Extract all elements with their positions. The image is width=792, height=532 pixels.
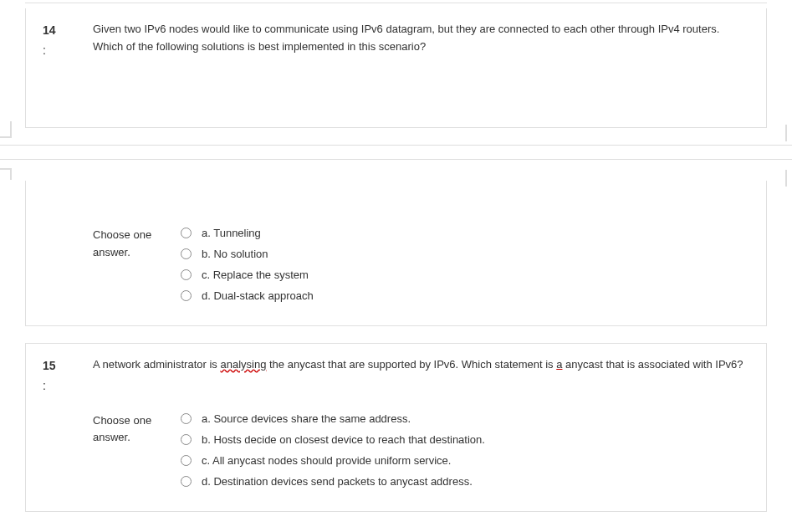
page-corner-marker [0,168,12,180]
radio-icon[interactable] [181,476,192,487]
option-label: b. No solution [202,248,268,260]
question-header: 14 : Given two IPv6 nodes would like to … [43,21,749,60]
question-header: 15 : A network administrator is analysin… [43,356,749,396]
choose-one-label: Choose one answer. [93,227,181,310]
radio-icon[interactable] [181,290,192,301]
option-row-c[interactable]: c. Replace the system [181,269,749,281]
radio-icon[interactable] [181,455,192,466]
radio-icon[interactable] [181,228,192,238]
answer-section: Choose one answer. a. Source devices sha… [93,412,749,496]
text-part: the anycast that are supported by IPv6. … [266,358,556,371]
option-label: b. Hosts decide on closest device to rea… [202,433,485,446]
radio-icon[interactable] [181,413,192,424]
option-row-d[interactable]: d. Destination devices send packets to a… [181,475,749,488]
question-number: 14 : [43,21,93,60]
number-colon: : [43,41,93,59]
options-list: a. Source devices share the same address… [181,412,749,496]
option-label: c. Replace the system [202,269,309,281]
option-label: a. Tunneling [202,227,261,239]
page-corner-marker [785,125,792,141]
spellcheck-underline: analysing [220,358,266,371]
option-row-d[interactable]: d. Dual-stack approach [181,289,749,302]
option-row-c[interactable]: c. All anycast nodes should provide unif… [181,454,749,467]
radio-icon[interactable] [181,434,192,445]
question-text: Given two IPv6 nodes would like to commu… [93,21,749,56]
page-corner-marker [785,170,792,187]
page-corner-marker [0,121,12,138]
radio-icon[interactable] [181,248,192,259]
option-label: d. Destination devices send packets to a… [202,475,473,488]
question-text: A network administrator is analysing the… [93,356,749,374]
options-list: a. Tunneling b. No solution c. Replace t… [181,227,749,310]
answer-section: Choose one answer. a. Tunneling b. No so… [93,227,749,310]
page-break-gap [0,128,792,181]
choose-one-label: Choose one answer. [93,412,181,496]
option-row-a[interactable]: a. Source devices share the same address… [181,412,749,425]
option-row-a[interactable]: a. Tunneling [181,227,749,239]
text-part: anycast that is associated with IPv6? [562,358,743,371]
option-label: d. Dual-stack approach [202,289,314,302]
question-14-answers-block: Choose one answer. a. Tunneling b. No so… [25,181,767,326]
option-label: c. All anycast nodes should provide unif… [202,454,451,467]
question-14-header-block: 14 : Given two IPv6 nodes would like to … [25,8,767,128]
option-row-b[interactable]: b. Hosts decide on closest device to rea… [181,433,749,446]
radio-icon[interactable] [181,269,192,280]
number-text: 15 [43,359,56,372]
option-row-b[interactable]: b. No solution [181,248,749,260]
text-part: A network administrator is [93,358,220,371]
number-text: 14 [43,23,56,37]
question-15-block: 15 : A network administrator is analysin… [25,343,767,512]
question-number: 15 : [43,356,93,396]
top-border-fragment [25,0,767,3]
gap-line [0,145,792,160]
number-colon: : [43,376,93,395]
option-label: a. Source devices share the same address… [202,412,411,425]
